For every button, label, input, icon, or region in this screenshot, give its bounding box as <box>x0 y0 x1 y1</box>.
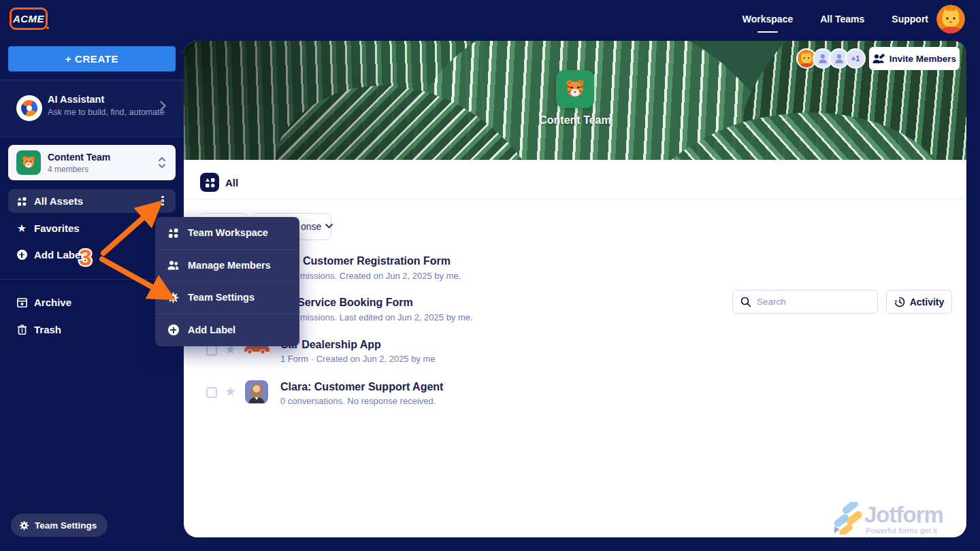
activity-label: Activity <box>910 297 945 307</box>
ai-assistant-icon <box>16 95 42 121</box>
sidebar-item-add-label[interactable]: Add Label <box>8 243 176 267</box>
jotform-logo-icon <box>832 502 863 535</box>
menu-item-add-label[interactable]: Add Label <box>155 314 299 347</box>
all-assets-grid-icon[interactable] <box>200 173 219 192</box>
assets-tab-row: All Activity <box>184 160 966 199</box>
menu-item-label: Team Settings <box>188 292 255 303</box>
sidebar-item-label: Archive <box>34 297 71 308</box>
favorite-star-icon[interactable]: ★ <box>225 385 236 398</box>
gear-icon <box>19 520 29 531</box>
banner-team-name: Content Team <box>184 114 966 127</box>
chevron-down-icon <box>325 224 333 229</box>
sidebar-item-archive[interactable]: Archive <box>8 290 176 314</box>
history-clock-icon <box>894 297 905 307</box>
grid-icon <box>167 228 179 238</box>
search-box <box>732 290 878 314</box>
member-overflow-badge[interactable]: +1 <box>845 48 866 69</box>
asset-title[interactable]: Clara: Customer Support Agent <box>280 381 443 393</box>
acme-trademark-dot <box>46 27 49 29</box>
agent-avatar[interactable] <box>245 380 268 403</box>
invite-members-button[interactable]: Invite Members <box>869 47 960 70</box>
sort-dropdown-label-fragment: onse <box>301 221 321 232</box>
acme-logo-text: ACME <box>13 13 44 24</box>
divider <box>184 199 966 199</box>
person-icon <box>834 53 845 64</box>
row-checkbox[interactable] <box>206 345 217 356</box>
nav-support[interactable]: Support <box>892 14 928 24</box>
top-navigation: Workspace All Teams Support <box>742 0 928 38</box>
sidebar-item-label: Trash <box>34 324 61 335</box>
person-icon <box>817 53 828 64</box>
tiger-icon <box>564 78 587 101</box>
star-icon: ★ <box>16 223 27 234</box>
trash-icon <box>16 324 27 335</box>
user-avatar[interactable] <box>936 5 965 33</box>
row-checkbox[interactable] <box>206 387 217 398</box>
acme-logo[interactable]: ACME <box>10 7 48 30</box>
menu-item-manage-members[interactable]: Manage Members <box>155 250 299 282</box>
activity-button[interactable]: Activity <box>886 290 952 314</box>
jotform-watermark: Jotform Powerful forms get it done <box>832 502 954 536</box>
team-selector-members: 4 members <box>48 165 88 174</box>
tab-all[interactable]: All <box>225 177 238 188</box>
team-context-menu: Team Workspace Manage Members <box>155 217 299 346</box>
sidebar-item-all-assets[interactable]: All Assets <box>8 189 176 213</box>
sidebar-item-label: Favorites <box>34 222 80 234</box>
person-add-icon <box>872 54 885 64</box>
asset-title[interactable]: Service Booking Form <box>297 297 413 309</box>
jotform-watermark-text: Jotform <box>864 502 943 528</box>
team-cover-banner: Content Team <box>184 41 966 160</box>
asset-subtitle: 1 Form · Created on Jun 2, 2025 by me <box>280 354 436 364</box>
team-settings-label: Team Settings <box>35 520 97 531</box>
menu-item-team-settings[interactable]: Team Settings <box>155 282 299 314</box>
search-icon <box>740 297 751 307</box>
team-selector[interactable]: Content Team 4 members <box>8 145 176 180</box>
all-assets-kebab-menu-icon[interactable] <box>157 195 169 207</box>
menu-item-label: Add Label <box>188 324 235 335</box>
tiger-icon <box>20 154 37 171</box>
sidebar-item-favorites[interactable]: ★ Favorites <box>8 216 176 240</box>
sidebar-item-label: All Assets <box>34 195 83 207</box>
nav-workspace[interactable]: Workspace <box>742 14 793 24</box>
archive-icon <box>16 298 27 307</box>
top-bar: ACME Workspace All Teams Support <box>0 0 980 38</box>
search-input[interactable] <box>757 297 859 307</box>
plus-circle-icon <box>16 250 27 260</box>
team-selector-name: Content Team <box>48 152 110 163</box>
create-button[interactable]: + CREATE <box>8 46 176 71</box>
nav-all-teams[interactable]: All Teams <box>820 14 864 24</box>
team-avatar-small <box>16 150 41 175</box>
ai-assistant-entry[interactable]: AI Assistant Ask me to build, find, auto… <box>0 80 184 137</box>
team-settings-button[interactable]: Team Settings <box>11 514 108 537</box>
asset-title[interactable]: Customer Registration Form <box>303 255 451 267</box>
sort-chevrons-icon <box>158 156 166 169</box>
invite-members-label: Invite Members <box>889 54 956 64</box>
menu-item-team-workspace[interactable]: Team Workspace <box>155 217 299 250</box>
ai-assistant-title: AI Assistant <box>48 94 104 105</box>
gear-icon <box>167 292 179 303</box>
sidebar-item-trash[interactable]: Trash <box>8 318 176 341</box>
sidebar-item-label: Add Label <box>34 249 84 261</box>
grid-icon <box>16 197 27 206</box>
team-avatar-tile[interactable] <box>556 70 594 108</box>
member-avatar-stack[interactable]: +1 <box>796 48 866 69</box>
divider <box>0 137 184 137</box>
jotform-watermark-tagline: Powerful forms get it done <box>866 527 954 537</box>
menu-item-label: Manage Members <box>188 260 271 271</box>
members-icon <box>167 261 179 270</box>
main-panel: Content Team <box>184 41 966 537</box>
cat-avatar-icon <box>936 5 965 33</box>
asset-subtitle: missions. Last edited on Jun 2, 2025 by … <box>300 312 473 322</box>
ai-assistant-subtitle: Ask me to build, find, automate <box>48 107 165 117</box>
plus-circle-icon <box>167 324 179 335</box>
menu-item-label: Team Workspace <box>188 227 268 238</box>
asset-subtitle: 0 conversations. No response received. <box>280 396 436 406</box>
asset-subtitle: missions. Created on Jun 2, 2025 by me. <box>300 271 461 281</box>
chevron-right-icon <box>160 101 166 111</box>
